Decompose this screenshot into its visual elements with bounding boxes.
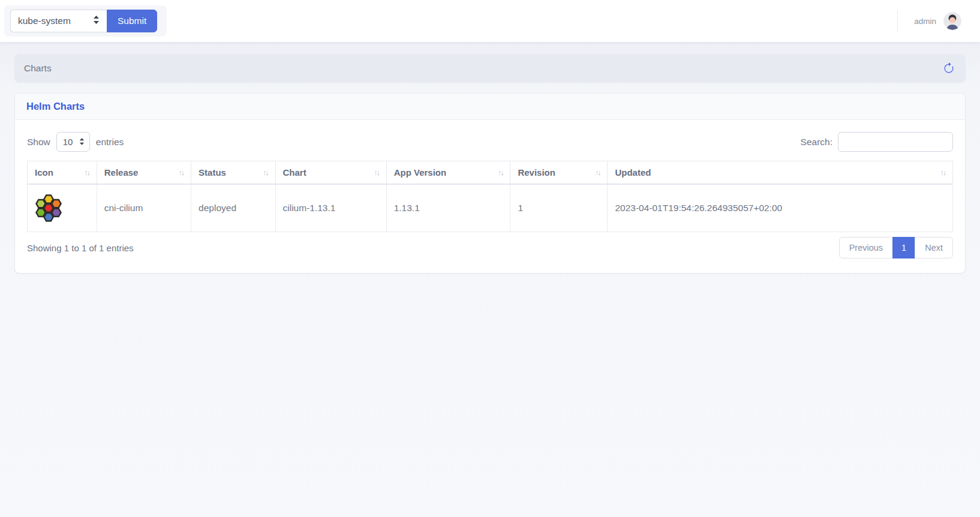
column-header-app-version[interactable]: App Version↑↓ [386,161,510,185]
cell-chart: cilium-1.13.1 [275,184,386,232]
sort-icon: ↑↓ [263,169,268,177]
select-up-down-icon [79,137,85,147]
cell-app-version: 1.13.1 [386,184,510,232]
column-header-updated[interactable]: Updated↑↓ [608,161,953,185]
helm-charts-table: Icon↑↓ Release↑↓ Status↑↓ Chart↑↓ App Ve [27,161,953,232]
page-1-button[interactable]: 1 [892,237,915,258]
page-length-select[interactable]: 10 [56,132,90,152]
cell-revision: 1 [510,184,608,232]
sort-icon: ↑↓ [940,169,946,177]
namespace-form: kube-system Submit [4,5,167,37]
next-page-button[interactable]: Next [915,237,953,258]
page-length-control: Show 10 entries [27,132,124,152]
entries-label: entries [96,137,124,148]
table-header-row: Icon↑↓ Release↑↓ Status↑↓ Chart↑↓ App Ve [28,161,953,185]
navbar-user-area: admin [897,10,980,32]
card-title: Helm Charts [26,101,85,112]
cell-icon [28,184,97,232]
table-row[interactable]: cni-cilium deployed cilium-1.13.1 1.13.1… [28,184,953,232]
username-label: admin [914,17,936,26]
search-input[interactable] [838,132,953,152]
sort-icon: ↑↓ [179,169,184,177]
sort-icon: ↑↓ [374,169,379,177]
card-body: Show 10 entries Search: [15,120,965,273]
column-header-revision[interactable]: Revision↑↓ [510,161,608,185]
refresh-icon[interactable] [943,62,956,75]
sort-icon: ↑↓ [595,169,600,177]
select-up-down-icon [93,16,100,26]
entries-info: Showing 1 to 1 of 1 entries [27,243,134,253]
cilium-logo-icon [35,193,62,223]
user-avatar[interactable] [943,12,961,30]
page-content: Charts Helm Charts Show 10 [0,54,980,273]
search-label: Search: [801,137,832,148]
navbar-divider [897,10,898,32]
namespace-select[interactable]: kube-system [10,10,107,32]
submit-button[interactable]: Submit [107,10,157,32]
cell-release: cni-cilium [97,184,191,232]
namespace-select-value: kube-system [18,16,71,26]
column-header-release[interactable]: Release↑↓ [97,161,191,185]
pagination: Previous 1 Next [839,237,953,258]
show-label: Show [27,137,50,148]
table-footer: Showing 1 to 1 of 1 entries Previous 1 N… [27,237,953,258]
search-control: Search: [801,132,953,152]
cell-updated: 2023-04-01T19:54:26.264935057+02:00 [608,184,953,232]
card-header: Helm Charts [15,94,965,120]
previous-page-button[interactable]: Previous [839,237,893,258]
helm-charts-card: Helm Charts Show 10 entries Search: [14,93,966,273]
cell-status: deployed [191,184,275,232]
top-navbar: kube-system Submit admin [0,0,980,42]
column-header-icon[interactable]: Icon↑↓ [28,161,97,185]
column-header-status[interactable]: Status↑↓ [191,161,275,185]
column-header-chart[interactable]: Chart↑↓ [275,161,386,185]
sort-icon: ↑↓ [498,169,503,177]
page-title: Charts [24,63,52,74]
table-controls: Show 10 entries Search: [27,132,953,152]
page-header-bar: Charts [14,54,966,83]
page-length-value: 10 [63,137,73,147]
sort-icon: ↑↓ [84,169,89,177]
